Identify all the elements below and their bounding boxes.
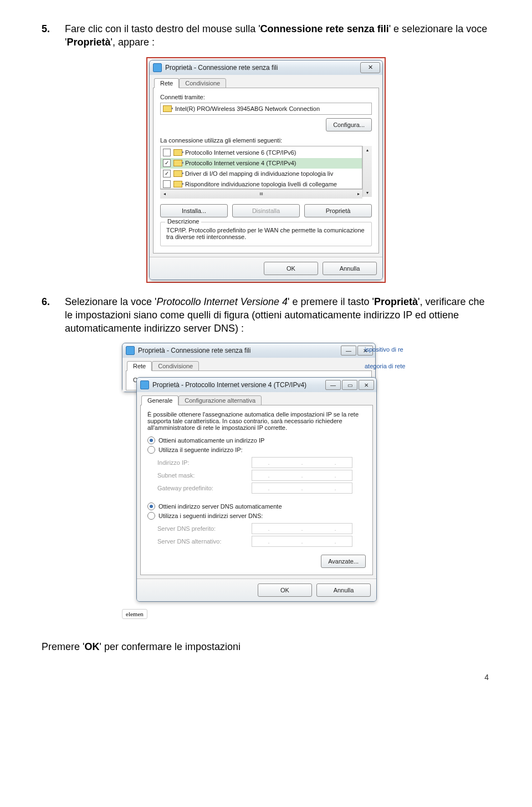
minimize-button[interactable]: —: [341, 346, 356, 356]
window-title: Proprietà - Connessione rete senza fili: [165, 64, 360, 72]
gateway-label: Gateway predefinito:: [157, 485, 246, 491]
ipv4-dialog-title: Proprietà - Protocollo Internet versione…: [152, 381, 325, 389]
avanzate-button[interactable]: Avanzate...: [321, 555, 366, 568]
annulla-button-ipv4[interactable]: Annulla: [316, 583, 371, 597]
annulla-button[interactable]: Annulla: [323, 262, 377, 275]
close-button[interactable]: ✕: [359, 380, 374, 390]
page-number: 4: [484, 673, 489, 682]
protocol-icon: [173, 149, 182, 156]
scrollbar-vertical[interactable]: ▴ ▾: [362, 146, 372, 197]
radio-auto-dns[interactable]: [147, 503, 155, 510]
mask-input: ...: [252, 470, 352, 481]
ip-input: ...: [252, 457, 352, 468]
window-icon: [140, 380, 149, 389]
connetti-label: Connetti tramite:: [160, 94, 372, 100]
radio-manual-ip[interactable]: [147, 446, 155, 454]
tab-rete-behind[interactable]: Rete: [127, 361, 152, 371]
protocol-icon: [173, 181, 182, 187]
scroll-down-arrow[interactable]: ▾: [363, 189, 372, 197]
proprieta-button[interactable]: Proprietà: [304, 204, 372, 217]
scrollbar-horizontal[interactable]: ◂ III ▸: [160, 189, 362, 199]
descrizione-text: TCP/IP. Protocollo predefinito per le WA…: [166, 227, 366, 240]
close-button[interactable]: ✕: [360, 62, 380, 73]
radio-manual-dns[interactable]: [147, 512, 155, 520]
radio-auto-ip-label: Ottieni automaticamente un indirizzo IP: [158, 437, 264, 444]
radio-auto-dns-label: Ottieni indirizzo server DNS automaticam…: [158, 503, 282, 510]
adapter-icon: [163, 105, 172, 112]
tab-config-alternativa[interactable]: Configurazione alternativa: [178, 395, 262, 405]
disinstalla-button: Disinstalla: [232, 204, 300, 217]
window-title-behind: Proprietà - Connessione rete senza fili: [138, 347, 341, 354]
step-number-6: 6.: [42, 295, 65, 336]
list-item-lldr[interactable]: Risponditore individuazione topologia li…: [161, 179, 362, 189]
tab-generale[interactable]: Generale: [141, 395, 178, 405]
checkbox-checked[interactable]: ✓: [163, 159, 171, 167]
step-number-5: 5.: [42, 22, 65, 49]
ipv4-intro: È possibile ottenere l'assegnazione auto…: [147, 411, 366, 431]
scroll-left-arrow[interactable]: ◂: [160, 190, 168, 199]
radio-auto-ip[interactable]: [147, 437, 155, 444]
tab-rete[interactable]: Rete: [154, 78, 179, 88]
dns1-label: Server DNS preferito:: [157, 525, 246, 532]
ok-button-ipv4[interactable]: OK: [258, 583, 312, 597]
scroll-right-arrow[interactable]: ▸: [354, 190, 362, 199]
background-strip: ispositivo di re ategoria di rete: [362, 345, 410, 370]
bottom-instruction: Premere 'OK' per confermare le impostazi…: [42, 640, 490, 653]
radio-manual-dns-label: Utilizza i seguenti indirizzi server DNS…: [158, 512, 263, 519]
dns2-input: ...: [252, 536, 352, 547]
ip-label: Indirizzo IP:: [157, 459, 246, 466]
list-item-ipv4[interactable]: ✓ Protocollo Internet versione 4 (TCP/IP…: [161, 158, 362, 169]
step-6-text: Selezionare la voce 'Protocollo Internet…: [65, 295, 490, 336]
window-icon: [153, 63, 162, 72]
window-icon: [126, 346, 135, 355]
list-item-lldio[interactable]: ✓ Driver di I/O del mapping di individua…: [161, 169, 362, 179]
protocol-icon: [173, 160, 182, 166]
titlebar-1: Proprietà - Connessione rete senza fili …: [150, 60, 382, 75]
checkbox-unchecked[interactable]: [163, 180, 171, 188]
minimize-button[interactable]: —: [325, 380, 341, 390]
checkbox-checked[interactable]: ✓: [163, 170, 171, 177]
descrizione-title: Descrizione: [165, 218, 201, 225]
checkbox-unchecked[interactable]: [163, 149, 171, 156]
dns2-label: Server DNS alternativo:: [157, 538, 246, 545]
step-5-text: Fare clic con il tasto destro del mouse …: [65, 22, 490, 49]
tab-condivisione-behind[interactable]: Condivisione: [152, 361, 199, 371]
ok-button[interactable]: OK: [264, 262, 318, 275]
installa-button[interactable]: Installa...: [160, 204, 228, 217]
configura-button[interactable]: Configura...: [326, 118, 372, 131]
mask-label: Subnet mask:: [157, 472, 246, 479]
radio-manual-ip-label: Utilizza il seguente indirizzo IP:: [158, 446, 243, 453]
maximize-button[interactable]: ▭: [342, 380, 357, 390]
protocol-icon: [173, 170, 182, 177]
adapter-name: Intel(R) PRO/Wireless 3945ABG Network Co…: [175, 105, 320, 112]
behind-fragment: elemen: [122, 609, 147, 619]
dns1-input: ...: [252, 523, 352, 534]
gateway-input: ...: [252, 483, 352, 494]
scroll-up-arrow[interactable]: ▴: [363, 146, 372, 154]
tab-condivisione[interactable]: Condivisione: [179, 78, 226, 88]
screenshot-1-frame: Proprietà - Connessione rete senza fili …: [146, 57, 386, 283]
elements-label: La connessione utilizza gli elementi seg…: [160, 137, 372, 144]
list-item-ipv6[interactable]: Protocollo Internet versione 6 (TCP/IPv6…: [161, 148, 362, 158]
